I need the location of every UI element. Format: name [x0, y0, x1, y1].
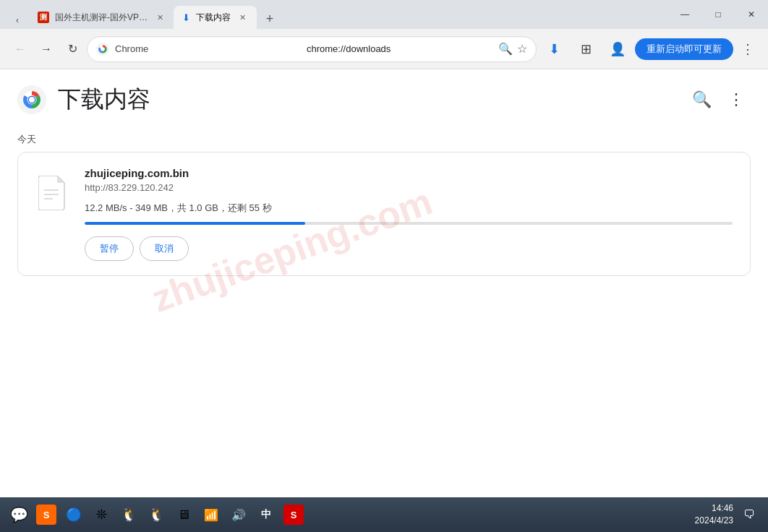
- download-url: http://83.229.120.242: [85, 182, 733, 193]
- taskbar-time-text: 14:46: [695, 502, 733, 515]
- chrome-logo-large: [17, 85, 46, 114]
- tab-group: ‹ 测 国外主机测评-国外VPS、国外... ✕ ⬇ 下载内容 ✕ +: [0, 0, 668, 29]
- refresh-button[interactable]: ↻: [61, 38, 84, 61]
- taskbar-qq2-icon[interactable]: 🐧: [146, 505, 166, 525]
- bookmark-icon[interactable]: ☆: [517, 42, 527, 56]
- window-controls: — □ ✕: [668, 0, 768, 29]
- download-filename: zhujiceping.com.bin: [85, 167, 733, 179]
- chrome-logo-icon: [96, 43, 109, 56]
- taskbar-notification-button[interactable]: 🗨: [739, 505, 759, 525]
- url-text: chrome://downloads: [307, 43, 492, 54]
- tab-scroll-back[interactable]: ‹: [9, 12, 26, 29]
- taskbar-sogou-icon[interactable]: S: [36, 505, 56, 525]
- update-restart-button[interactable]: 重新启动即可更新: [635, 38, 733, 60]
- taskbar-security-icon[interactable]: S: [283, 505, 304, 525]
- download-card: zhujiceping.com.bin http://83.229.120.24…: [17, 152, 751, 276]
- progress-bar-fill: [85, 222, 305, 225]
- progress-bar-track: [85, 222, 733, 225]
- taskbar-input-method-icon[interactable]: 中: [256, 505, 276, 525]
- toolbar-right: ⬇ ⊞ 👤 重新启动即可更新 ⋮: [539, 35, 759, 64]
- forward-button[interactable]: →: [35, 38, 58, 61]
- tab1-close-button[interactable]: ✕: [156, 12, 165, 23]
- taskbar-datetime: 14:46 2024/4/23: [695, 502, 733, 527]
- minimize-button[interactable]: —: [668, 0, 701, 29]
- taskbar-device-icon[interactable]: 🖥: [174, 505, 194, 525]
- page-wrapper: 下载内容 🔍 ⋮ 今天 zhujice: [0, 69, 768, 497]
- profile-icon-btn[interactable]: 👤: [603, 35, 632, 64]
- taskbar-icons: 💬 S 🔵 ❊ 🐧 🐧 🖥 📶 🔊 中 S: [9, 505, 689, 525]
- cancel-button[interactable]: 取消: [140, 236, 189, 261]
- maximize-button[interactable]: □: [701, 0, 735, 29]
- chrome-brand-text: Chrome: [115, 43, 301, 54]
- tab2-title: 下载内容: [196, 12, 231, 24]
- taskbar-wechat-icon[interactable]: 💬: [9, 505, 29, 525]
- extensions-icon-btn[interactable]: ⊞: [571, 35, 600, 64]
- close-button[interactable]: ✕: [735, 0, 768, 29]
- taskbar: 💬 S 🔵 ❊ 🐧 🐧 🖥 📶 🔊 中 S 14:46 2024/4/23 🗨: [0, 497, 768, 532]
- tab2-favicon: ⬇: [182, 12, 190, 23]
- taskbar-date-text: 2024/4/23: [695, 515, 733, 527]
- taskbar-qq1-icon[interactable]: 🐧: [119, 505, 139, 525]
- page-title: 下载内容: [58, 84, 150, 116]
- taskbar-volume-icon[interactable]: 🔊: [229, 505, 249, 525]
- page-title-area: 下载内容: [17, 84, 150, 116]
- download-icon-btn[interactable]: ⬇: [539, 35, 568, 64]
- tab-downloads[interactable]: ⬇ 下载内容 ✕: [174, 6, 257, 29]
- download-info: zhujiceping.com.bin http://83.229.120.24…: [85, 167, 733, 261]
- tab1-title: 国外主机测评-国外VPS、国外...: [55, 12, 150, 24]
- address-bar-icons: 🔍 ☆: [498, 42, 527, 56]
- download-progress-text: 12.2 MB/s - 349 MB，共 1.0 GB，还剩 55 秒: [85, 202, 733, 215]
- taskbar-right: 14:46 2024/4/23 🗨: [695, 502, 759, 527]
- section-today-label: 今天: [0, 121, 768, 152]
- file-document-icon: [38, 176, 67, 210]
- titlebar: ‹ 测 国外主机测评-国外VPS、国外... ✕ ⬇ 下载内容 ✕ + — □ …: [0, 0, 768, 29]
- tab2-close-button[interactable]: ✕: [236, 12, 248, 23]
- tab1-favicon: 测: [38, 12, 49, 23]
- new-tab-button[interactable]: +: [260, 9, 280, 29]
- page-content: 下载内容 🔍 ⋮ 今天 zhujice: [0, 69, 768, 497]
- address-bar[interactable]: Chrome chrome://downloads 🔍 ☆: [87, 36, 537, 62]
- search-downloads-button[interactable]: 🔍: [687, 85, 716, 114]
- more-menu-button[interactable]: ⋮: [736, 38, 759, 61]
- back-button[interactable]: ←: [9, 38, 32, 61]
- download-actions: 暂停 取消: [85, 236, 733, 261]
- tab-external-site[interactable]: 测 国外主机测评-国外VPS、国外... ✕: [29, 6, 174, 29]
- taskbar-wifi-icon[interactable]: 📶: [201, 505, 221, 525]
- svg-point-2: [101, 47, 105, 51]
- search-icon[interactable]: 🔍: [498, 42, 513, 56]
- navbar: ← → ↻ Chrome chrome://downloads 🔍 ☆ ⬇ ⊞ …: [0, 29, 768, 69]
- taskbar-bluetooth-icon[interactable]: 🔵: [64, 505, 84, 525]
- pause-button[interactable]: 暂停: [85, 236, 134, 261]
- svg-point-7: [29, 97, 35, 103]
- page-actions: 🔍 ⋮: [687, 85, 751, 114]
- file-icon: [35, 173, 70, 213]
- taskbar-colorgrid-icon[interactable]: ❊: [91, 505, 111, 525]
- more-options-button[interactable]: ⋮: [722, 85, 751, 114]
- page-header: 下载内容 🔍 ⋮: [0, 69, 768, 121]
